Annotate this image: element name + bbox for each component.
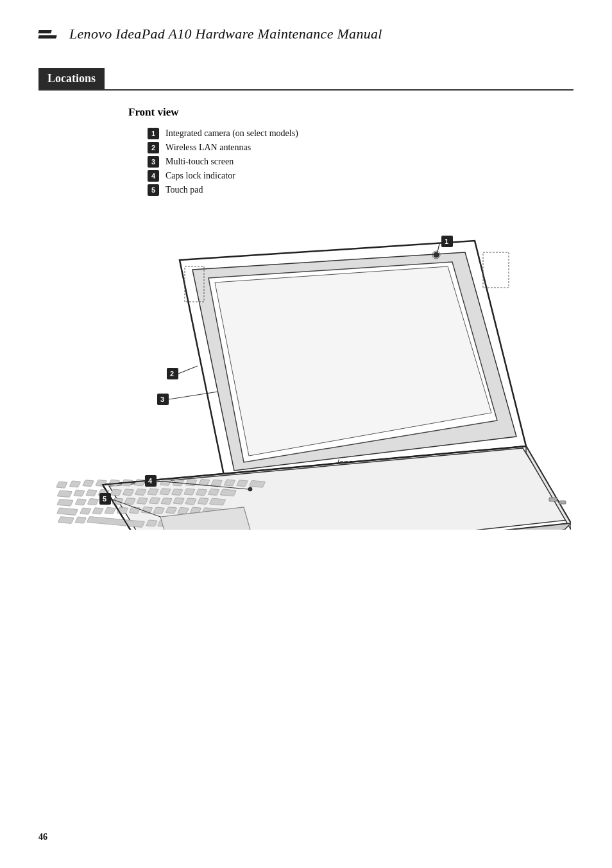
item-label-1: Integrated camera (on select models) xyxy=(166,128,298,139)
logo-stripe-1 xyxy=(38,30,51,33)
item-label-2: Wireless LAN antennas xyxy=(166,143,251,153)
list-item: 1 Integrated camera (on select models) xyxy=(148,128,574,139)
svg-rect-14 xyxy=(69,481,81,487)
item-badge-4: 4 xyxy=(148,170,159,182)
page-header: Lenovo IdeaPad A10 Hardware Maintenance … xyxy=(38,26,574,42)
svg-rect-28 xyxy=(249,480,265,487)
svg-rect-13 xyxy=(56,482,68,488)
item-badge-1: 1 xyxy=(148,128,159,139)
svg-rect-15 xyxy=(83,480,94,487)
svg-rect-57 xyxy=(80,508,91,514)
laptop-diagram: lenovo xyxy=(38,209,574,530)
svg-rect-31 xyxy=(86,490,98,496)
svg-rect-43 xyxy=(57,499,73,506)
front-view-title: Front view xyxy=(128,106,574,119)
svg-point-84 xyxy=(248,487,252,491)
item-badge-5: 5 xyxy=(148,184,159,196)
svg-rect-6 xyxy=(483,252,509,288)
svg-rect-56 xyxy=(57,508,78,516)
page: Lenovo IdeaPad A10 Hardware Maintenance … xyxy=(0,0,612,868)
svg-rect-42 xyxy=(220,489,236,496)
list-item: 3 Multi-touch screen xyxy=(148,156,574,168)
svg-rect-68 xyxy=(58,517,74,524)
logo-stripe-2 xyxy=(38,35,56,39)
list-item: 2 Wireless LAN antennas xyxy=(148,142,574,153)
svg-rect-80 xyxy=(559,501,566,504)
section-divider xyxy=(38,89,574,91)
section-title: Locations xyxy=(38,68,105,89)
svg-rect-79 xyxy=(549,498,557,501)
list-item: 4 Caps lock indicator xyxy=(148,170,574,182)
svg-rect-55 xyxy=(209,498,225,505)
svg-point-7 xyxy=(434,252,439,257)
item-badge-2: 2 xyxy=(148,142,159,153)
svg-rect-58 xyxy=(92,508,104,514)
svg-text:1: 1 xyxy=(445,238,448,245)
svg-text:3: 3 xyxy=(160,395,164,403)
list-item: 5 Touch pad xyxy=(148,184,574,196)
logo-stripes xyxy=(38,30,56,39)
item-label-5: Touch pad xyxy=(166,185,203,195)
svg-text:5: 5 xyxy=(103,495,106,503)
laptop-svg: lenovo xyxy=(38,209,571,530)
item-label-3: Multi-touch screen xyxy=(166,157,234,167)
svg-rect-45 xyxy=(87,498,99,505)
svg-text:4: 4 xyxy=(148,477,153,485)
item-badge-3: 3 xyxy=(148,156,159,168)
svg-rect-29 xyxy=(57,490,72,498)
svg-line-90 xyxy=(178,366,198,374)
svg-rect-59 xyxy=(105,507,116,514)
svg-text:2: 2 xyxy=(170,370,174,378)
header-title: Lenovo IdeaPad A10 Hardware Maintenance … xyxy=(69,26,382,42)
svg-rect-30 xyxy=(74,490,85,496)
svg-rect-44 xyxy=(75,499,87,505)
items-list: 1 Integrated camera (on select models) 2… xyxy=(148,128,574,196)
page-number: 46 xyxy=(38,832,47,842)
item-label-4: Caps lock indicator xyxy=(166,171,235,181)
svg-rect-69 xyxy=(75,517,87,523)
logo xyxy=(38,30,62,39)
